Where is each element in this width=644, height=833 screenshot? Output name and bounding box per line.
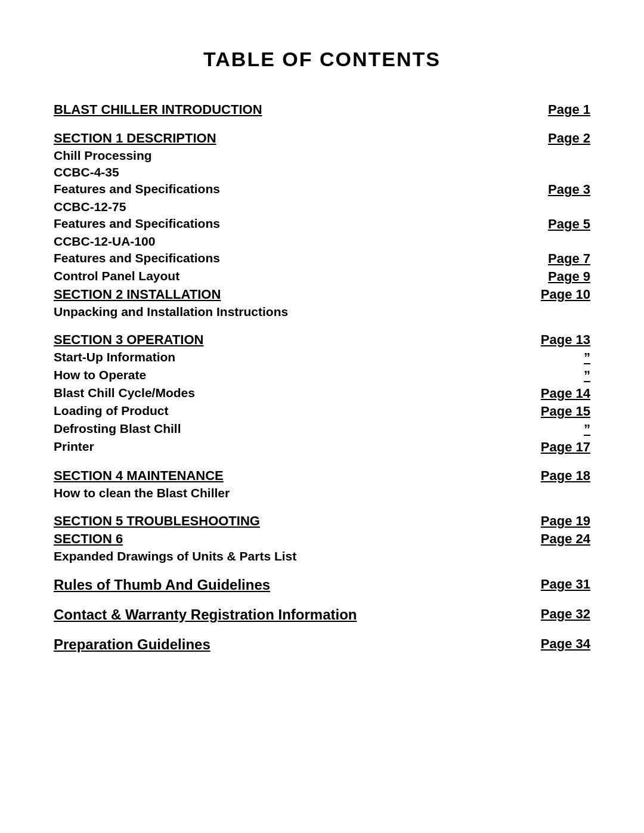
toc-row-startup: Start-Up Information” (54, 349, 590, 367)
toc-page-how-to-clean (456, 485, 590, 501)
toc-page-defrosting: ” (456, 420, 590, 438)
toc-label-ccbc-4-35: CCBC-4-35 (54, 164, 456, 181)
toc-label-blast-chill-cycle: Blast Chill Cycle/Modes (54, 385, 456, 402)
toc-label-contact-warranty: Contact & Warranty Registration Informat… (54, 605, 456, 624)
toc-table: BLAST CHILLER INTRODUCTIONPage 1SECTION … (54, 101, 590, 654)
toc-label-section5: SECTION 5 TROUBLESHOOTING (54, 512, 456, 530)
toc-row-section1: SECTION 1 DESCRIPTIONPage 2 (54, 129, 590, 147)
toc-label-startup: Start-Up Information (54, 349, 456, 367)
toc-label-prep-guidelines: Preparation Guidelines (54, 635, 456, 654)
toc-label-features-1: Features and Specifications (54, 181, 456, 199)
toc-page-section2: Page 10 (456, 286, 590, 304)
toc-page-features-1: Page 3 (456, 181, 590, 199)
toc-page-startup: ” (456, 349, 590, 367)
toc-label-section4: SECTION 4 MAINTENANCE (54, 467, 456, 485)
toc-page-contact-warranty: Page 32 (456, 605, 590, 624)
toc-label-how-to-clean: How to clean the Blast Chiller (54, 485, 456, 501)
toc-page-features-3: Page 7 (456, 250, 590, 268)
toc-row-blast-chill-cycle: Blast Chill Cycle/ModesPage 14 (54, 385, 590, 402)
toc-page-ccbc-12-ua-100 (456, 233, 590, 250)
toc-label-section1: SECTION 1 DESCRIPTION (54, 129, 456, 147)
toc-page-control-panel: Page 9 (456, 268, 590, 286)
page-title: TABLE OF CONTENTS (54, 48, 590, 71)
toc-page-section4: Page 18 (456, 467, 590, 485)
toc-row-ccbc-4-35: CCBC-4-35 (54, 164, 590, 181)
toc-page-loading-product: Page 15 (456, 402, 590, 420)
toc-page-section3: Page 13 (456, 331, 590, 349)
toc-label-defrosting: Defrosting Blast Chill (54, 420, 456, 438)
toc-label-printer: Printer (54, 438, 456, 456)
toc-label-loading-product: Loading of Product (54, 402, 456, 420)
toc-row-ccbc-12-ua-100: CCBC-12-UA-100 (54, 233, 590, 250)
toc-page-prep-guidelines: Page 34 (456, 635, 590, 654)
toc-row-section4: SECTION 4 MAINTENANCEPage 18 (54, 467, 590, 485)
toc-row-contact-warranty: Contact & Warranty Registration Informat… (54, 605, 590, 624)
toc-label-section2: SECTION 2 INSTALLATION (54, 286, 456, 304)
toc-page-printer: Page 17 (456, 438, 590, 456)
toc-page-how-to-operate: ” (456, 367, 590, 385)
toc-page-section5: Page 19 (456, 512, 590, 530)
toc-label-section6: SECTION 6 (54, 530, 456, 548)
toc-label-chill-processing: Chill Processing (54, 147, 456, 164)
toc-page-blast-chill-cycle: Page 14 (456, 385, 590, 402)
toc-label-features-2: Features and Specifications (54, 215, 456, 233)
toc-page-ccbc-12-75 (456, 199, 590, 215)
toc-row-section2: SECTION 2 INSTALLATIONPage 10 (54, 286, 590, 304)
toc-row-defrosting: Defrosting Blast Chill” (54, 420, 590, 438)
toc-page-chill-processing (456, 147, 590, 164)
toc-row-rules-of-thumb: Rules of Thumb And GuidelinesPage 31 (54, 575, 590, 594)
toc-label-section3: SECTION 3 OPERATION (54, 331, 456, 349)
toc-page-rules-of-thumb: Page 31 (456, 575, 590, 594)
toc-row-section3: SECTION 3 OPERATIONPage 13 (54, 331, 590, 349)
toc-row-how-to-operate: How to Operate” (54, 367, 590, 385)
toc-row-loading-product: Loading of ProductPage 15 (54, 402, 590, 420)
toc-page-features-2: Page 5 (456, 215, 590, 233)
toc-row-features-2: Features and SpecificationsPage 5 (54, 215, 590, 233)
toc-row-expanded-drawings: Expanded Drawings of Units & Parts List (54, 548, 590, 565)
toc-page-ccbc-4-35 (456, 164, 590, 181)
toc-row-section5: SECTION 5 TROUBLESHOOTINGPage 19 (54, 512, 590, 530)
toc-label-expanded-drawings: Expanded Drawings of Units & Parts List (54, 548, 456, 565)
toc-row-printer: PrinterPage 17 (54, 438, 590, 456)
toc-row-how-to-clean: How to clean the Blast Chiller (54, 485, 590, 501)
toc-row-chill-processing: Chill Processing (54, 147, 590, 164)
toc-row-control-panel: Control Panel LayoutPage 9 (54, 268, 590, 286)
toc-label-features-3: Features and Specifications (54, 250, 456, 268)
toc-row-ccbc-12-75: CCBC-12-75 (54, 199, 590, 215)
toc-label-rules-of-thumb: Rules of Thumb And Guidelines (54, 575, 456, 594)
toc-page-expanded-drawings (456, 548, 590, 565)
toc-row-unpacking: Unpacking and Installation Instructions (54, 304, 590, 320)
toc-row-features-3: Features and SpecificationsPage 7 (54, 250, 590, 268)
toc-label-unpacking: Unpacking and Installation Instructions (54, 304, 456, 320)
toc-label-how-to-operate: How to Operate (54, 367, 456, 385)
toc-row-blast-chiller-intro: BLAST CHILLER INTRODUCTIONPage 1 (54, 101, 590, 119)
toc-label-blast-chiller-intro: BLAST CHILLER INTRODUCTION (54, 101, 456, 119)
toc-row-features-1: Features and SpecificationsPage 3 (54, 181, 590, 199)
toc-label-ccbc-12-75: CCBC-12-75 (54, 199, 456, 215)
toc-label-control-panel: Control Panel Layout (54, 268, 456, 286)
toc-page-blast-chiller-intro: Page 1 (456, 101, 590, 119)
toc-page-section6: Page 24 (456, 530, 590, 548)
toc-page-section1: Page 2 (456, 129, 590, 147)
toc-row-section6: SECTION 6Page 24 (54, 530, 590, 548)
toc-page-unpacking (456, 304, 590, 320)
toc-row-prep-guidelines: Preparation GuidelinesPage 34 (54, 635, 590, 654)
toc-label-ccbc-12-ua-100: CCBC-12-UA-100 (54, 233, 456, 250)
